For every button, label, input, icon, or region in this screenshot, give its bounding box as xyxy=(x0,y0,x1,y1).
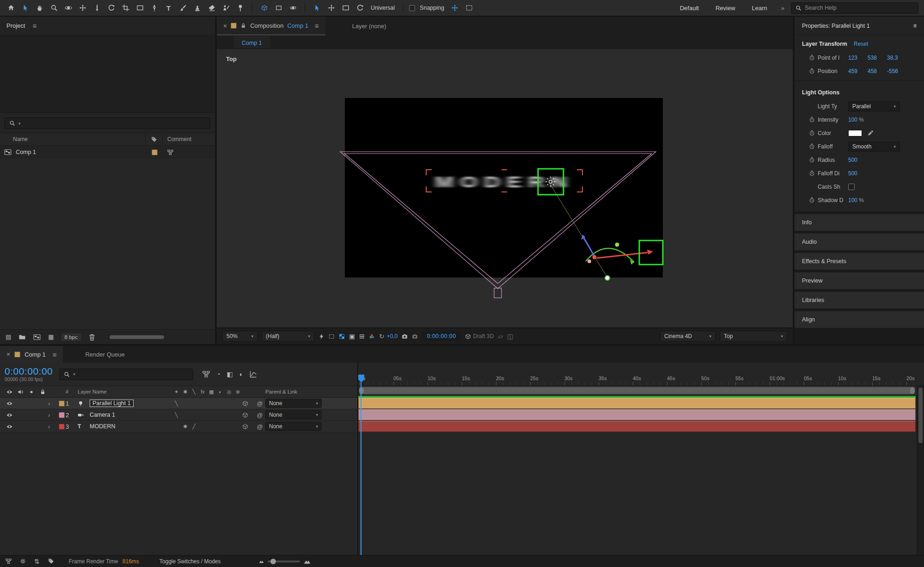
panel-tab-info[interactable]: Info xyxy=(795,214,924,231)
view-layout-dropdown[interactable]: Top▾ xyxy=(720,331,787,342)
graph-editor-icon[interactable] xyxy=(250,370,257,378)
parent-dropdown[interactable]: None▾ xyxy=(265,422,322,431)
show-snapshot-icon[interactable] xyxy=(412,333,418,339)
gizmo-scale-button[interactable] xyxy=(339,2,352,14)
mask-visibility-icon[interactable]: ▣ xyxy=(349,333,355,339)
video-column-icon[interactable] xyxy=(4,389,15,395)
new-folder-icon[interactable] xyxy=(18,333,26,341)
adjustment-switch-icon[interactable]: ◎ xyxy=(225,389,233,395)
layer-duration-bar[interactable] xyxy=(358,398,916,409)
eye-icon[interactable] xyxy=(4,401,15,407)
composition-viewport[interactable]: Top MODERN xyxy=(217,49,793,327)
frame-blend-icon[interactable]: ◧ xyxy=(227,370,233,378)
tab-composition[interactable]: × Composition Comp 1 ≡ xyxy=(217,17,325,35)
panel-menu-icon[interactable]: ≡ xyxy=(53,351,57,358)
panel-tab-audio[interactable]: Audio xyxy=(795,234,924,250)
exposure-value[interactable]: +0,0 xyxy=(387,333,398,339)
effects-switch-icon[interactable]: ✱ xyxy=(181,389,190,395)
vertical-scrollbar[interactable] xyxy=(917,386,924,555)
gizmo-rotation-button[interactable] xyxy=(354,2,366,14)
threed-switch-icon[interactable]: ⊕ xyxy=(233,389,242,395)
hand-tool[interactable] xyxy=(33,2,46,14)
fast-previews-icon[interactable] xyxy=(318,333,324,339)
column-name[interactable]: Name xyxy=(0,133,146,145)
panel-tab-effects-presets[interactable]: Effects & Presets xyxy=(795,253,924,270)
zoom-tool[interactable] xyxy=(48,2,60,14)
falloff-distance-value[interactable]: 500 xyxy=(848,170,868,177)
tab-layer-viewer[interactable]: Layer (none) xyxy=(347,17,392,35)
puppet-pin-tool[interactable] xyxy=(234,2,246,14)
extended-viewer-icon[interactable]: ◫ xyxy=(507,333,513,339)
ground-plane-icon[interactable]: ▱ xyxy=(498,333,503,339)
tab-project[interactable]: Project xyxy=(6,22,25,29)
value-x[interactable]: 123 xyxy=(848,55,868,61)
help-search-field[interactable] xyxy=(791,2,918,14)
stopwatch-icon[interactable] xyxy=(806,170,818,176)
layer-name[interactable]: MODERN xyxy=(90,423,172,430)
stopwatch-icon[interactable] xyxy=(806,68,818,74)
column-layer-name[interactable]: Layer Name xyxy=(78,389,172,394)
parent-dropdown[interactable]: None▾ xyxy=(265,399,322,408)
render-network-icon[interactable] xyxy=(6,558,12,564)
stopwatch-icon[interactable] xyxy=(806,117,818,123)
solo-column-icon[interactable]: ● xyxy=(26,389,37,395)
magnification-dropdown[interactable]: 50%▾ xyxy=(222,331,257,342)
stopwatch-icon[interactable] xyxy=(806,197,818,203)
panel-tab-align[interactable]: Align xyxy=(795,311,924,328)
rotation-tool[interactable] xyxy=(105,2,117,14)
eraser-tool[interactable] xyxy=(205,2,218,14)
layer-row[interactable]: › 2 Camera 1 ╲ @ None▾ xyxy=(0,409,357,421)
project-search-field[interactable]: ▾ xyxy=(5,117,210,129)
exposure-control[interactable]: ↻ +0,0 xyxy=(379,333,398,339)
column-number[interactable]: # xyxy=(66,389,78,394)
parent-dropdown[interactable]: None▾ xyxy=(265,410,322,419)
channel-icon[interactable] xyxy=(369,333,375,339)
layer-duration-bar[interactable] xyxy=(358,421,916,432)
playhead-head[interactable] xyxy=(358,375,364,382)
snap-3d-button[interactable] xyxy=(463,2,476,14)
label-icon[interactable] xyxy=(48,558,54,564)
color-depth-button[interactable]: 8 bpc xyxy=(61,333,81,341)
layer-duration-bar[interactable] xyxy=(358,409,916,420)
quality-switch-icon[interactable]: ╲ xyxy=(172,412,181,418)
shy-layers-icon[interactable]: ◔ xyxy=(216,370,220,378)
expand-arrow-icon[interactable]: › xyxy=(48,423,57,430)
axis-mode-world-button[interactable] xyxy=(272,2,285,14)
close-icon[interactable]: × xyxy=(223,22,227,30)
time-ruler[interactable]: 0s 05s 10s 15s 20s 25s 30s 35s 40s 45s 5… xyxy=(358,363,924,386)
zoom-slider-handle[interactable] xyxy=(270,559,276,564)
motion-blur-switch-icon[interactable]: ◐ xyxy=(216,389,225,395)
layer-row[interactable]: › 1 Parallel Light 1 ╲ @ None▾ xyxy=(0,398,357,409)
gizmo-universal-button[interactable] xyxy=(311,2,323,14)
eye-icon[interactable] xyxy=(4,412,15,418)
label-color-chip[interactable] xyxy=(59,424,65,430)
draft-3d-toggle[interactable]: Draft 3D xyxy=(465,333,494,339)
stopwatch-icon[interactable] xyxy=(806,130,818,136)
panel-menu-icon[interactable]: ≡ xyxy=(32,22,37,30)
pickwhip-icon[interactable]: @ xyxy=(254,412,265,419)
quality-switch-icon[interactable]: ╲ xyxy=(190,389,198,395)
label-color-chip[interactable] xyxy=(59,401,65,407)
brush-tool[interactable] xyxy=(177,2,189,14)
grid-view-icon[interactable]: ▦ xyxy=(48,333,54,340)
lock-icon[interactable] xyxy=(240,23,246,29)
value-y[interactable]: 538 xyxy=(868,55,887,61)
trash-icon[interactable] xyxy=(88,333,96,341)
label-column-icon[interactable] xyxy=(146,133,163,145)
eye-icon[interactable] xyxy=(4,424,15,430)
expand-arrow-icon[interactable]: › xyxy=(48,412,57,419)
gear-icon[interactable] xyxy=(20,558,26,564)
threed-cube-icon[interactable] xyxy=(242,412,254,418)
audio-column-icon[interactable] xyxy=(15,389,26,395)
stopwatch-icon[interactable] xyxy=(806,55,818,61)
eyedropper-icon[interactable] xyxy=(868,130,874,136)
effects-switch-icon[interactable]: ✱ xyxy=(181,424,190,430)
toggle-switches-modes-button[interactable]: Toggle Switches / Modes xyxy=(159,558,221,565)
label-color-chip[interactable] xyxy=(59,412,65,418)
list-view-icon[interactable]: ▤ xyxy=(6,333,11,340)
type-tool[interactable]: T xyxy=(162,2,175,14)
orbit-camera-tool[interactable] xyxy=(62,2,74,14)
clone-stamp-tool[interactable] xyxy=(191,2,203,14)
expand-arrow-icon[interactable]: › xyxy=(48,400,57,407)
pan-camera-tool[interactable] xyxy=(76,2,89,14)
